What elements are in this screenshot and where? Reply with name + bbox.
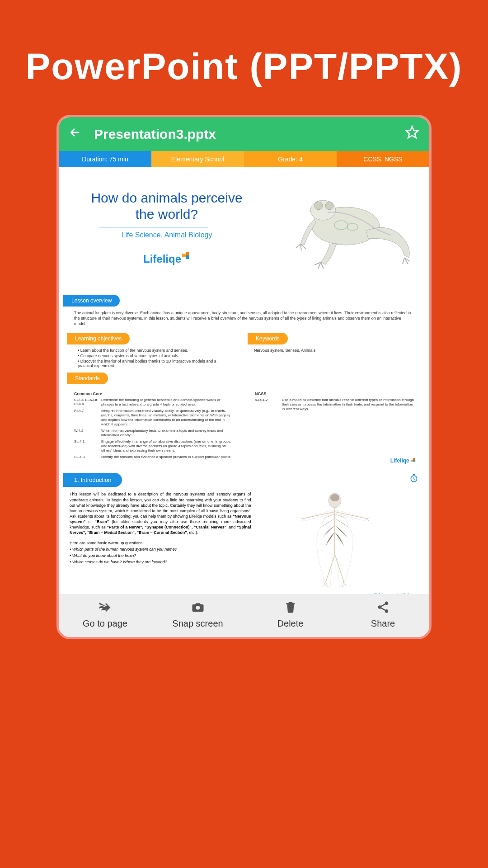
intro-text: This lesson will be dedicated to a descr…	[70, 491, 251, 597]
ngss-header: NGSS	[255, 392, 414, 396]
page-title: PowerPoint (PPT/PPTX)	[0, 0, 488, 115]
std-row: SL.4.1Engage effectively in a range of c…	[74, 439, 233, 453]
back-arrow-icon[interactable]	[69, 126, 81, 142]
slide-area[interactable]: How do animals perceive the world? Life …	[59, 167, 429, 603]
snap-label: Snap screen	[172, 618, 223, 629]
warm-questions: • Which parts of the human nervous syste…	[70, 547, 251, 565]
tag-duration: Duration: 75 min	[59, 151, 151, 167]
tag-row: Duration: 75 min Elementary School Grade…	[59, 151, 429, 167]
std-row: RI.4.7Interpret information presented vi…	[74, 409, 233, 427]
svg-point-11	[196, 606, 200, 610]
tag-standards: CCSS, NGSS	[337, 151, 429, 167]
std-row: 4-LS1-2Use a model to describe that anim…	[255, 398, 414, 411]
logo-cubes-icon	[182, 252, 190, 260]
delete-label: Delete	[277, 618, 304, 629]
svg-marker-0	[406, 127, 418, 138]
snap-screen-button[interactable]: Snap screen	[151, 600, 244, 629]
tag-grade: Grade: 4	[244, 151, 337, 167]
bottom-bar: Go to page Snap screen Delete Share	[59, 594, 429, 637]
star-icon[interactable]	[405, 125, 419, 143]
frog-illustration	[285, 185, 425, 276]
intro-pill: 1. Introduction	[63, 473, 122, 487]
logo: Lifeliqe	[72, 253, 261, 265]
app-bar: Presentation3.pptx	[59, 117, 429, 151]
device-frame: Presentation3.pptx Duration: 75 min Elem…	[56, 115, 432, 639]
svg-point-9	[330, 494, 339, 501]
overview-text: The animal kingdom is very diverse. Each…	[63, 307, 425, 330]
svg-point-4	[325, 202, 333, 210]
logo-small: Lifeliqe	[390, 458, 416, 464]
title-divider	[99, 227, 208, 227]
file-title: Presentation3.pptx	[94, 127, 405, 142]
standards-pill: Standards	[67, 373, 108, 384]
goto-page-button[interactable]: Go to page	[59, 600, 151, 629]
slide-2: Lesson overview The animal kingdom is ve…	[59, 289, 429, 467]
goto-label: Go to page	[83, 618, 127, 629]
slide-3: 1. Introduction This lesson will be dedi…	[59, 467, 429, 603]
svg-point-3	[314, 202, 323, 210]
cc-header: Common Core	[74, 392, 233, 396]
std-row: W.4.2Write informative/explanatory texts…	[74, 429, 233, 438]
tag-level: Elementary School	[151, 151, 244, 167]
std-row: SL.4.3Identify the reasons and evidence …	[74, 455, 233, 459]
nervous-system-illustration: Click to open in Lifeliqe	[251, 491, 418, 597]
slide-1: How do animals perceive the world? Life …	[59, 167, 429, 289]
slide1-subtitle: Life Science, Animal Biology	[72, 231, 261, 239]
objectives-list: • Learn about the function of the nervou…	[67, 344, 240, 373]
slide1-title: How do animals perceive the world?	[72, 190, 261, 222]
keywords-pill: Keywords	[248, 333, 288, 344]
goto-icon	[99, 600, 112, 616]
overview-pill: Lesson overview	[63, 295, 120, 307]
share-label: Share	[371, 618, 395, 629]
delete-button[interactable]: Delete	[244, 600, 337, 629]
keywords-text: Nervous system, Senses, Animals	[248, 344, 421, 353]
svg-point-14	[385, 609, 388, 613]
share-button[interactable]: Share	[337, 600, 429, 629]
trash-icon	[284, 600, 297, 616]
warm-intro: Here are some basic warm-up questions:	[70, 540, 251, 546]
svg-point-12	[385, 602, 388, 605]
camera-icon	[191, 600, 205, 616]
svg-point-13	[378, 605, 381, 609]
std-row: CCSS ELA-Lit. RI.4.4Determine the meanin…	[74, 398, 233, 407]
share-icon	[376, 600, 390, 616]
timer-icon	[409, 474, 418, 484]
logo-cubes-icon	[411, 458, 416, 462]
objectives-pill: Learning objectives	[67, 333, 130, 344]
